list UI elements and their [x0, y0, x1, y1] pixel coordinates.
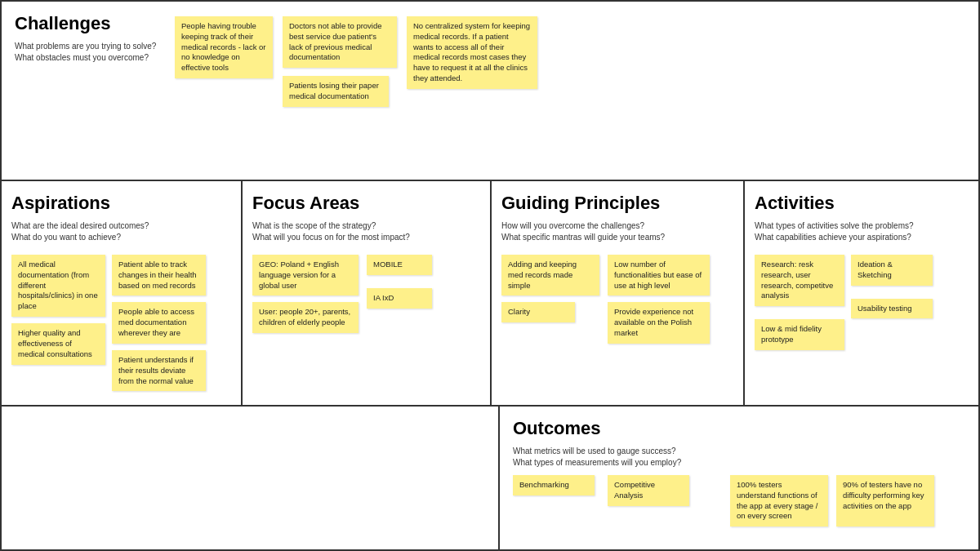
guiding-note-1: Adding and keeping med records made simp…	[501, 255, 599, 295]
challenges-col-2: Doctors not able to provide best service…	[283, 16, 397, 107]
aspirations-section: Aspirations What are the ideal desired o…	[2, 181, 243, 405]
outcomes-subtitle: What metrics will be used to gauge succe…	[513, 446, 969, 469]
focus-subtitle: What is the scope of the strategy?What w…	[252, 220, 480, 243]
challenge-note-1: People having trouble keeping track of t…	[175, 16, 273, 78]
outcomes-section: Outcomes What metrics will be used to ga…	[500, 407, 980, 549]
bottom-empty	[2, 407, 500, 549]
aspiration-note-4: People able to access med documentation …	[112, 302, 206, 343]
focus-col-right: MOBILE IA IxD	[367, 248, 432, 333]
outcome-note-100: 100% testers understand functions of the…	[730, 475, 828, 527]
activities-col-right: Ideation & Sketching Usability testing	[851, 248, 933, 350]
focus-notes: GEO: Poland + English language version f…	[252, 248, 480, 333]
focus-note-3: MOBILE	[367, 255, 432, 275]
challenges-header: Challenges What problems are you trying …	[15, 13, 162, 64]
outcome-note-competitive: Competitive Analysis	[608, 475, 689, 506]
guiding-principles-section: Guiding Principles How will you overcome…	[492, 181, 745, 405]
activity-note-2: Low & mid fidelity prototype	[755, 319, 844, 350]
aspiration-note-5: Patient understands if their results dev…	[112, 350, 206, 391]
aspirations-col-left: All medical documentation (from differen…	[11, 248, 105, 391]
guiding-subtitle: How will you overcome the challenges?Wha…	[501, 220, 733, 243]
activities-subtitle: What types of activities solve the probl…	[755, 220, 972, 243]
activities-title: Activities	[755, 193, 972, 214]
activities-notes: Research: resk research, user research, …	[755, 248, 972, 350]
guiding-notes: Adding and keeping med records made simp…	[501, 248, 733, 344]
guiding-col-left: Adding and keeping med records made simp…	[501, 248, 599, 344]
activities-section: Activities What types of activities solv…	[745, 181, 980, 405]
strategy-board: Challenges What problems are you trying …	[0, 0, 980, 551]
aspirations-subtitle: What are the ideal desired outcomes?What…	[11, 220, 231, 243]
challenges-section: Challenges What problems are you trying …	[2, 2, 980, 181]
challenges-subtitle: What problems are you trying to solve?Wh…	[15, 41, 162, 64]
challenges-notes: People having trouble keeping track of t…	[175, 16, 969, 107]
guiding-note-3: Low number of functionalities but ease o…	[608, 255, 710, 295]
middle-row: Aspirations What are the ideal desired o…	[2, 181, 980, 407]
focus-areas-section: Focus Areas What is the scope of the str…	[243, 181, 492, 405]
aspirations-title: Aspirations	[11, 193, 231, 214]
challenges-title: Challenges	[15, 13, 162, 34]
guiding-title: Guiding Principles	[501, 193, 733, 214]
aspiration-note-2: Higher quality and effectiveness of medi…	[11, 323, 105, 364]
guiding-col-right: Low number of functionalities but ease o…	[608, 248, 710, 344]
aspirations-notes: All medical documentation (from differen…	[11, 248, 231, 391]
challenge-note-4: No centralized system for keeping medica…	[407, 16, 537, 89]
aspiration-note-1: All medical documentation (from differen…	[11, 255, 105, 317]
activity-note-4: Usability testing	[851, 299, 933, 319]
activity-note-3: Ideation & Sketching	[851, 255, 933, 286]
challenges-col-1: People having trouble keeping track of t…	[175, 16, 273, 107]
activity-note-1: Research: resk research, user research, …	[755, 255, 844, 306]
focus-title: Focus Areas	[252, 193, 480, 214]
challenge-note-3: Patients losing their paper medical docu…	[283, 76, 389, 107]
outcomes-title: Outcomes	[513, 418, 969, 439]
challenge-note-2: Doctors not able to provide best service…	[283, 16, 397, 68]
focus-note-1: GEO: Poland + English language version f…	[252, 255, 359, 295]
bottom-row: Outcomes What metrics will be used to ga…	[2, 407, 980, 549]
focus-note-4: IA IxD	[367, 288, 432, 309]
guiding-note-2: Clarity	[501, 302, 575, 322]
aspiration-note-3: Patient able to track changes in their h…	[112, 255, 206, 295]
outcome-note-benchmark: Benchmarking	[513, 475, 595, 495]
focus-col-left: GEO: Poland + English language version f…	[252, 248, 359, 333]
activities-col-left: Research: resk research, user research, …	[755, 248, 844, 350]
outcome-note-90: 90% of testers have no difficulty perfor…	[836, 475, 934, 527]
guiding-note-4: Provide experience not available on the …	[608, 302, 710, 343]
focus-note-2: User: people 20+, parents, children of e…	[252, 302, 359, 333]
challenges-col-3: No centralized system for keeping medica…	[407, 16, 537, 107]
aspirations-col-right: Patient able to track changes in their h…	[112, 248, 206, 391]
